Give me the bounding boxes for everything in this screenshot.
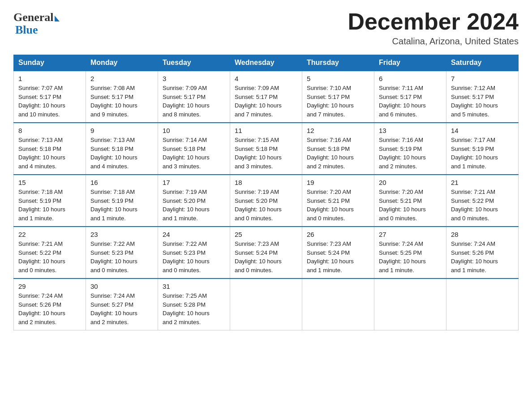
calendar-day-cell: 8 Sunrise: 7:13 AMSunset: 5:18 PMDayligh…: [14, 123, 86, 175]
calendar-day-cell: 21 Sunrise: 7:21 AMSunset: 5:22 PMDaylig…: [446, 175, 519, 227]
day-number: 29: [18, 283, 81, 290]
day-info: Sunrise: 7:10 AMSunset: 5:17 PMDaylight:…: [307, 85, 354, 118]
calendar-day-cell: 14 Sunrise: 7:17 AMSunset: 5:19 PMDaylig…: [446, 123, 519, 175]
day-number: 22: [18, 231, 81, 238]
calendar-table: SundayMondayTuesdayWednesdayThursdayFrid…: [13, 55, 519, 330]
day-info: Sunrise: 7:21 AMSunset: 5:22 PMDaylight:…: [451, 188, 498, 222]
day-number: 15: [18, 179, 81, 186]
calendar-day-cell: [446, 278, 519, 330]
title-block: December 2024 Catalina, Arizona, United …: [348, 9, 519, 47]
day-info: Sunrise: 7:22 AMSunset: 5:23 PMDaylight:…: [163, 240, 210, 274]
calendar-day-cell: 2 Sunrise: 7:08 AMSunset: 5:17 PMDayligh…: [86, 71, 158, 123]
day-info: Sunrise: 7:19 AMSunset: 5:20 PMDaylight:…: [235, 188, 282, 222]
day-info: Sunrise: 7:09 AMSunset: 5:17 PMDaylight:…: [163, 85, 210, 118]
day-info: Sunrise: 7:18 AMSunset: 5:19 PMDaylight:…: [18, 188, 65, 222]
day-info: Sunrise: 7:18 AMSunset: 5:19 PMDaylight:…: [90, 188, 137, 222]
calendar-day-cell: 1 Sunrise: 7:07 AMSunset: 5:17 PMDayligh…: [14, 71, 86, 123]
day-number: 9: [90, 127, 153, 134]
calendar-day-cell: 3 Sunrise: 7:09 AMSunset: 5:17 PMDayligh…: [158, 71, 230, 123]
calendar-day-cell: 26 Sunrise: 7:23 AMSunset: 5:24 PMDaylig…: [302, 227, 374, 278]
calendar-header-wednesday: Wednesday: [230, 55, 302, 71]
day-number: 23: [90, 231, 153, 238]
calendar-day-cell: 22 Sunrise: 7:21 AMSunset: 5:22 PMDaylig…: [14, 227, 86, 278]
calendar-week-row: 22 Sunrise: 7:21 AMSunset: 5:22 PMDaylig…: [14, 227, 519, 278]
calendar-day-cell: 11 Sunrise: 7:15 AMSunset: 5:18 PMDaylig…: [230, 123, 302, 175]
day-number: 5: [307, 75, 369, 82]
calendar-day-cell: 20 Sunrise: 7:20 AMSunset: 5:21 PMDaylig…: [374, 175, 446, 227]
day-number: 28: [451, 231, 514, 238]
day-info: Sunrise: 7:13 AMSunset: 5:18 PMDaylight:…: [90, 137, 137, 170]
day-number: 19: [307, 179, 369, 186]
calendar-day-cell: 19 Sunrise: 7:20 AMSunset: 5:21 PMDaylig…: [302, 175, 374, 227]
calendar-week-row: 8 Sunrise: 7:13 AMSunset: 5:18 PMDayligh…: [14, 123, 519, 175]
calendar-week-row: 1 Sunrise: 7:07 AMSunset: 5:17 PMDayligh…: [14, 71, 519, 123]
day-number: 11: [235, 127, 297, 134]
day-info: Sunrise: 7:23 AMSunset: 5:24 PMDaylight:…: [235, 240, 282, 274]
calendar-day-cell: [374, 278, 446, 330]
day-number: 26: [307, 231, 369, 238]
day-number: 16: [90, 179, 153, 186]
calendar-day-cell: 28 Sunrise: 7:24 AMSunset: 5:26 PMDaylig…: [446, 227, 519, 278]
logo-general-text: General: [13, 11, 54, 24]
day-number: 18: [235, 179, 297, 186]
day-number: 17: [163, 179, 225, 186]
logo-triangle-icon: [55, 16, 60, 21]
calendar-day-cell: 13 Sunrise: 7:16 AMSunset: 5:19 PMDaylig…: [374, 123, 446, 175]
day-number: 1: [18, 75, 81, 82]
day-number: 10: [163, 127, 225, 134]
calendar-day-cell: 10 Sunrise: 7:14 AMSunset: 5:18 PMDaylig…: [158, 123, 230, 175]
calendar-header-thursday: Thursday: [302, 55, 374, 71]
day-info: Sunrise: 7:22 AMSunset: 5:23 PMDaylight:…: [90, 240, 137, 274]
calendar-day-cell: 27 Sunrise: 7:24 AMSunset: 5:25 PMDaylig…: [374, 227, 446, 278]
day-info: Sunrise: 7:23 AMSunset: 5:24 PMDaylight:…: [307, 240, 354, 274]
day-info: Sunrise: 7:08 AMSunset: 5:17 PMDaylight:…: [90, 85, 137, 118]
day-info: Sunrise: 7:21 AMSunset: 5:22 PMDaylight:…: [18, 240, 65, 274]
subtitle: Catalina, Arizona, United States: [348, 36, 519, 47]
calendar-day-cell: 29 Sunrise: 7:24 AMSunset: 5:26 PMDaylig…: [14, 278, 86, 330]
day-number: 4: [235, 75, 297, 82]
calendar-day-cell: 18 Sunrise: 7:19 AMSunset: 5:20 PMDaylig…: [230, 175, 302, 227]
main-title: December 2024: [348, 9, 519, 34]
logo: General Blue: [13, 9, 60, 37]
calendar-day-cell: 23 Sunrise: 7:22 AMSunset: 5:23 PMDaylig…: [86, 227, 158, 278]
day-number: 6: [379, 75, 442, 82]
calendar-header-tuesday: Tuesday: [158, 55, 230, 71]
page-header: General Blue December 2024 Catalina, Ari…: [13, 9, 519, 47]
day-info: Sunrise: 7:20 AMSunset: 5:21 PMDaylight:…: [379, 188, 426, 222]
day-info: Sunrise: 7:11 AMSunset: 5:17 PMDaylight:…: [379, 85, 426, 118]
day-info: Sunrise: 7:24 AMSunset: 5:25 PMDaylight:…: [379, 240, 426, 274]
day-info: Sunrise: 7:12 AMSunset: 5:17 PMDaylight:…: [451, 85, 498, 118]
day-info: Sunrise: 7:20 AMSunset: 5:21 PMDaylight:…: [307, 188, 354, 222]
day-number: 3: [163, 75, 225, 82]
calendar-day-cell: 30 Sunrise: 7:24 AMSunset: 5:27 PMDaylig…: [86, 278, 158, 330]
calendar-day-cell: 16 Sunrise: 7:18 AMSunset: 5:19 PMDaylig…: [86, 175, 158, 227]
calendar-day-cell: 6 Sunrise: 7:11 AMSunset: 5:17 PMDayligh…: [374, 71, 446, 123]
day-info: Sunrise: 7:24 AMSunset: 5:26 PMDaylight:…: [451, 240, 498, 274]
day-info: Sunrise: 7:19 AMSunset: 5:20 PMDaylight:…: [163, 188, 210, 222]
day-info: Sunrise: 7:07 AMSunset: 5:17 PMDaylight:…: [18, 85, 65, 118]
day-number: 13: [379, 127, 442, 134]
day-number: 21: [451, 179, 514, 186]
calendar-header-monday: Monday: [86, 55, 158, 71]
day-number: 25: [235, 231, 297, 238]
day-number: 30: [90, 283, 153, 290]
calendar-day-cell: 12 Sunrise: 7:16 AMSunset: 5:18 PMDaylig…: [302, 123, 374, 175]
day-info: Sunrise: 7:16 AMSunset: 5:19 PMDaylight:…: [379, 137, 426, 170]
day-number: 27: [379, 231, 442, 238]
calendar-day-cell: [302, 278, 374, 330]
calendar-header-friday: Friday: [374, 55, 446, 71]
calendar-header-row: SundayMondayTuesdayWednesdayThursdayFrid…: [14, 55, 519, 71]
calendar-day-cell: 15 Sunrise: 7:18 AMSunset: 5:19 PMDaylig…: [14, 175, 86, 227]
calendar-day-cell: 24 Sunrise: 7:22 AMSunset: 5:23 PMDaylig…: [158, 227, 230, 278]
calendar-day-cell: 31 Sunrise: 7:25 AMSunset: 5:28 PMDaylig…: [158, 278, 230, 330]
calendar-day-cell: 9 Sunrise: 7:13 AMSunset: 5:18 PMDayligh…: [86, 123, 158, 175]
calendar-day-cell: 4 Sunrise: 7:09 AMSunset: 5:17 PMDayligh…: [230, 71, 302, 123]
calendar-day-cell: 25 Sunrise: 7:23 AMSunset: 5:24 PMDaylig…: [230, 227, 302, 278]
day-number: 31: [163, 283, 225, 290]
logo-blue-text: Blue: [13, 23, 38, 37]
day-info: Sunrise: 7:16 AMSunset: 5:18 PMDaylight:…: [307, 137, 354, 170]
calendar-week-row: 15 Sunrise: 7:18 AMSunset: 5:19 PMDaylig…: [14, 175, 519, 227]
day-number: 7: [451, 75, 514, 82]
day-info: Sunrise: 7:24 AMSunset: 5:26 PMDaylight:…: [18, 292, 65, 325]
calendar-day-cell: 17 Sunrise: 7:19 AMSunset: 5:20 PMDaylig…: [158, 175, 230, 227]
